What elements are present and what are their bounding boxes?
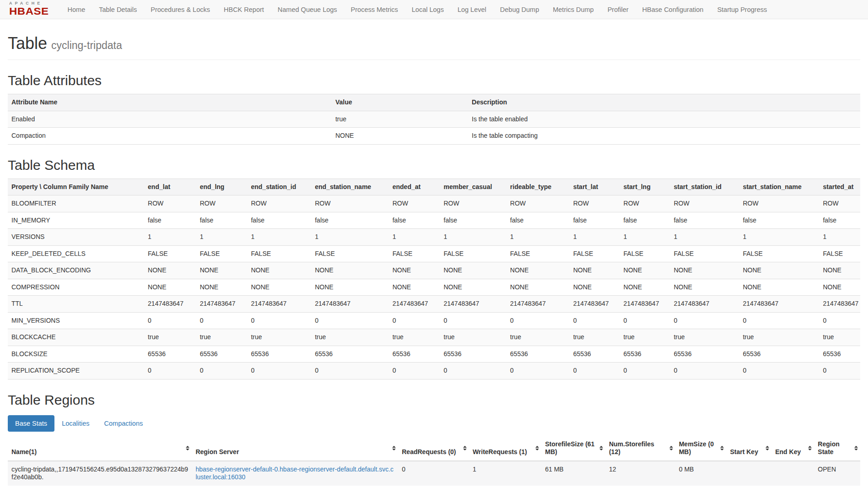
nav-item: Log Level <box>451 0 493 19</box>
region-readrequests-cell: 0 <box>398 461 469 486</box>
schema-value-cell: NONE <box>507 262 570 279</box>
schema-property-cell: BLOCKCACHE <box>8 329 144 346</box>
region-endkey-cell <box>771 461 814 486</box>
schema-value-cell: ROW <box>247 195 311 212</box>
sort-arrows-icon[interactable] <box>669 446 673 450</box>
nav-item: HBCK Report <box>217 0 271 19</box>
schema-property-cell: BLOOMFILTER <box>8 195 144 212</box>
schema-value-cell: FALSE <box>739 245 819 262</box>
schema-value-cell: true <box>739 329 819 346</box>
schema-value-cell: 0 <box>144 363 196 379</box>
schema-value-cell: FALSE <box>507 245 570 262</box>
regions-column-header[interactable]: Start Key <box>726 436 771 461</box>
sort-arrows-icon[interactable] <box>808 446 812 450</box>
schema-property-cell: KEEP_DELETED_CELLS <box>8 245 144 262</box>
sort-arrows-icon[interactable] <box>599 446 603 450</box>
schema-value-cell: FALSE <box>620 245 670 262</box>
sort-arrows-icon[interactable] <box>720 446 724 450</box>
schema-value-cell: 1 <box>570 229 620 246</box>
region-memsize-cell: 0 MB <box>675 461 727 486</box>
attributes-table: Attribute Name Value Description Enabled… <box>8 94 860 145</box>
nav-link[interactable]: HBase Configuration <box>636 0 711 19</box>
schema-value-cell: true <box>507 329 570 346</box>
regions-column-header[interactable]: End Key <box>771 436 814 461</box>
schema-value-cell: ROW <box>196 195 248 212</box>
title-divider <box>8 60 860 60</box>
sort-arrows-icon[interactable] <box>854 446 858 450</box>
regions-tab[interactable]: Base Stats <box>8 415 54 432</box>
regions-column-header[interactable]: Region Server <box>192 436 398 461</box>
nav-link[interactable]: Procedures & Locks <box>144 0 217 19</box>
schema-family-column-header: start_station_id <box>670 179 739 195</box>
attributes-column-header: Attribute Name <box>8 94 332 111</box>
schema-value-cell: 2147483647 <box>389 296 440 313</box>
schema-value-cell: 65536 <box>389 346 440 363</box>
nav-link[interactable]: Process Metrics <box>344 0 405 19</box>
schema-value-cell: 1 <box>507 229 570 246</box>
sort-arrows-icon[interactable] <box>535 446 539 450</box>
schema-row: BLOCKCACHE true true true true true true… <box>8 329 860 346</box>
sort-arrows-icon[interactable] <box>392 446 396 450</box>
nav-item: Home <box>61 0 92 19</box>
regions-column-header[interactable]: StorefileSize (61 MB) <box>541 436 605 461</box>
schema-value-cell: ROW <box>311 195 389 212</box>
schema-value-cell: 1 <box>196 229 248 246</box>
regions-column-header[interactable]: Num.Storefiles (12) <box>605 436 675 461</box>
regions-heading: Table Regions <box>8 392 860 408</box>
schema-value-cell: 0 <box>620 312 670 329</box>
regions-tab[interactable]: Compactions <box>97 415 151 432</box>
schema-table: Property \ Column Family Name end_lat en… <box>8 179 860 379</box>
regions-tab-item: Localities <box>54 415 97 432</box>
schema-value-cell: NONE <box>507 279 570 296</box>
regions-column-header[interactable]: Name(1) <box>8 436 192 461</box>
nav-link[interactable]: HBCK Report <box>217 0 271 19</box>
table-name: cycling-tripdata <box>51 39 122 51</box>
sort-arrows-icon[interactable] <box>186 446 189 450</box>
schema-value-cell: 0 <box>819 312 860 329</box>
regions-column-header[interactable]: MemSize (0 MB) <box>675 436 727 461</box>
regions-tab[interactable]: Localities <box>54 415 97 432</box>
schema-value-cell: 65536 <box>311 346 389 363</box>
nav-link[interactable]: Table Details <box>92 0 144 19</box>
schema-value-cell: true <box>196 329 248 346</box>
nav-link[interactable]: Named Queue Logs <box>271 0 344 19</box>
schema-family-column-header: start_station_name <box>739 179 819 195</box>
schema-value-cell: 2147483647 <box>196 296 248 313</box>
nav-link[interactable]: Local Logs <box>405 0 451 19</box>
schema-value-cell: NONE <box>570 279 620 296</box>
schema-value-cell: NONE <box>819 262 860 279</box>
sort-arrows-icon[interactable] <box>766 446 769 450</box>
regions-header-row: Name(1) Region Server ReadRequests (0) <box>8 436 860 461</box>
schema-value-cell: 0 <box>247 312 311 329</box>
schema-value-cell: 0 <box>620 363 670 379</box>
schema-value-cell: NONE <box>196 262 248 279</box>
sort-arrows-icon[interactable] <box>463 446 467 450</box>
attributes-column-header: Description <box>468 94 860 111</box>
schema-row: IN_MEMORY false false false false false … <box>8 212 860 229</box>
region-storefilesize-cell: 61 MB <box>541 461 605 486</box>
nav-menu: Home Table Details Procedures & Locks HB… <box>61 0 774 19</box>
hbase-logo[interactable]: APACHE HBASE <box>3 0 54 18</box>
nav-link[interactable]: Log Level <box>451 0 493 19</box>
schema-value-cell: 65536 <box>196 346 248 363</box>
schema-value-cell: true <box>389 329 440 346</box>
nav-link[interactable]: Home <box>61 0 92 19</box>
regions-column-header[interactable]: Region State <box>814 436 860 461</box>
regions-column-label: Region State <box>818 440 839 456</box>
schema-value-cell: 2147483647 <box>739 296 819 313</box>
nav-link[interactable]: Debug Dump <box>493 0 546 19</box>
nav-item: Process Metrics <box>344 0 405 19</box>
regions-column-header[interactable]: ReadRequests (0) <box>398 436 469 461</box>
attribute-value-cell: NONE <box>332 128 468 145</box>
regions-column-header[interactable]: WriteRequests (1) <box>469 436 541 461</box>
schema-value-cell: 65536 <box>144 346 196 363</box>
nav-link[interactable]: Metrics Dump <box>546 0 600 19</box>
nav-link[interactable]: Profiler <box>601 0 636 19</box>
schema-value-cell: 1 <box>144 229 196 246</box>
schema-row: BLOOMFILTER ROW ROW ROW ROW ROW ROW ROW … <box>8 195 860 212</box>
schema-value-cell: ROW <box>620 195 670 212</box>
schema-value-cell: false <box>196 212 248 229</box>
region-server-link[interactable]: hbase-regionserver-default-0.hbase-regio… <box>195 466 394 481</box>
schema-value-cell: false <box>670 212 739 229</box>
nav-link[interactable]: Startup Progress <box>710 0 774 19</box>
